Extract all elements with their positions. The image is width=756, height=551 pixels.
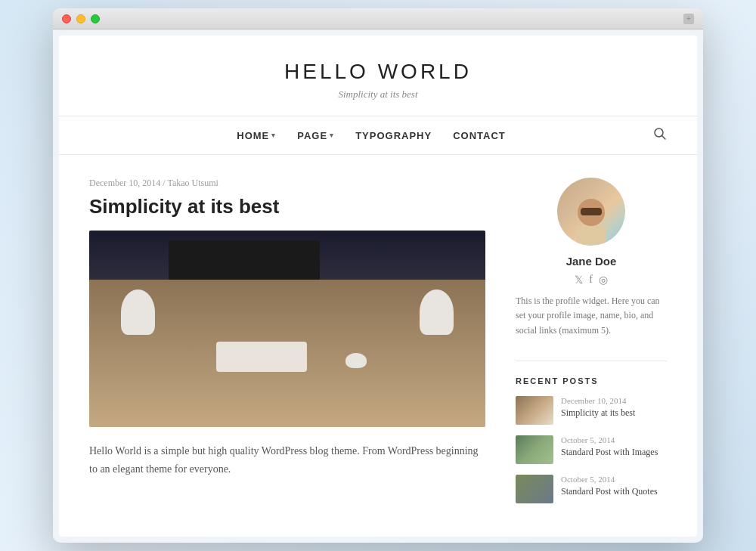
- recent-posts-title: RECENT POSTS: [516, 376, 667, 385]
- nav-page-label: PAGE: [297, 130, 327, 141]
- nav-links: HOME ▾ PAGE ▾ TYPOGRAPHY CONTACT: [89, 130, 653, 141]
- divider: [516, 361, 667, 361]
- avatar-person: [572, 193, 610, 246]
- list-item: October 5, 2014 Standard Post with Quote…: [516, 475, 667, 503]
- nav-page-chevron: ▾: [330, 132, 334, 139]
- close-button[interactable]: [62, 14, 71, 23]
- site-header: HELLO WORLD Simplicity at its best: [59, 36, 697, 116]
- recent-posts-widget: RECENT POSTS December 10, 2014 Simplicit…: [516, 376, 667, 503]
- list-item: December 10, 2014 Simplicity at its best: [516, 396, 667, 425]
- mac-window: + HELLO WORLD Simplicity at its best HOM…: [53, 8, 703, 543]
- nav-item-typography[interactable]: TYPOGRAPHY: [355, 130, 432, 141]
- recent-post-thumb-1: [516, 396, 553, 425]
- browser-content: HELLO WORLD Simplicity at its best HOME …: [59, 36, 697, 537]
- titlebar: +: [53, 8, 703, 29]
- facebook-icon[interactable]: f: [589, 274, 593, 286]
- list-item: October 5, 2014 Standard Post with Image…: [516, 435, 667, 464]
- nav-home-chevron: ▾: [271, 132, 276, 139]
- post-title[interactable]: Simplicity at its best: [89, 195, 485, 218]
- recent-post-title-1[interactable]: Simplicity at its best: [561, 407, 667, 419]
- monitor: [169, 240, 320, 280]
- recent-post-date-3: October 5, 2014: [561, 475, 667, 484]
- minimize-button[interactable]: [76, 14, 85, 23]
- recent-post-thumb-3: [516, 475, 553, 503]
- recent-post-info-3: October 5, 2014 Standard Post with Quote…: [561, 475, 667, 498]
- recent-post-thumb-2: [516, 435, 553, 464]
- mouse: [345, 353, 367, 368]
- profile-bio: This is the profile widget. Here you can…: [516, 294, 667, 338]
- profile-social: 𝕏 f ◎: [516, 274, 667, 286]
- keyboard: [216, 342, 307, 372]
- post-date: December 10, 2014: [89, 178, 160, 188]
- main-content: December 10, 2014 / Takao Utsumi Simplic…: [89, 178, 485, 514]
- site-nav: HOME ▾ PAGE ▾ TYPOGRAPHY CONTACT: [59, 116, 697, 155]
- speaker-left: [121, 289, 155, 335]
- maximize-button[interactable]: [91, 14, 100, 23]
- recent-post-date-1: December 10, 2014: [561, 396, 667, 405]
- expand-button[interactable]: +: [683, 14, 694, 24]
- post-excerpt: Hello World is a simple but high quality…: [89, 442, 485, 478]
- svg-line-1: [662, 136, 666, 140]
- recent-post-info-2: October 5, 2014 Standard Post with Image…: [561, 435, 667, 459]
- main-layout: December 10, 2014 / Takao Utsumi Simplic…: [59, 155, 697, 537]
- recent-post-title-3[interactable]: Standard Post with Quotes: [561, 485, 667, 498]
- post-author[interactable]: Takao Utsumi: [167, 178, 218, 188]
- nav-home-label: HOME: [237, 130, 269, 141]
- sidebar: Jane Doe 𝕏 f ◎ This is the profile widge…: [516, 178, 667, 514]
- post-featured-image: [89, 231, 485, 427]
- nav-contact-label: CONTACT: [453, 130, 506, 141]
- nav-item-contact[interactable]: CONTACT: [453, 130, 506, 141]
- desk-scene: [89, 231, 485, 427]
- site-title[interactable]: HELLO WORLD: [59, 60, 697, 84]
- recent-post-info-1: December 10, 2014 Simplicity at its best: [561, 396, 667, 419]
- search-icon[interactable]: [653, 127, 667, 144]
- nav-item-page[interactable]: PAGE ▾: [297, 130, 334, 141]
- site-tagline: Simplicity at its best: [59, 88, 697, 101]
- profile-widget: Jane Doe 𝕏 f ◎ This is the profile widge…: [516, 178, 667, 338]
- rss-icon[interactable]: ◎: [599, 274, 608, 286]
- nav-item-home[interactable]: HOME ▾: [237, 130, 276, 141]
- nav-typography-label: TYPOGRAPHY: [355, 130, 432, 141]
- speaker-right: [420, 289, 454, 335]
- profile-name: Jane Doe: [516, 255, 667, 268]
- recent-post-title-2[interactable]: Standard Post with Images: [561, 446, 667, 459]
- recent-post-date-2: October 5, 2014: [561, 435, 667, 444]
- avatar: [557, 178, 625, 246]
- post-meta: December 10, 2014 / Takao Utsumi: [89, 178, 485, 189]
- twitter-icon[interactable]: 𝕏: [575, 274, 583, 286]
